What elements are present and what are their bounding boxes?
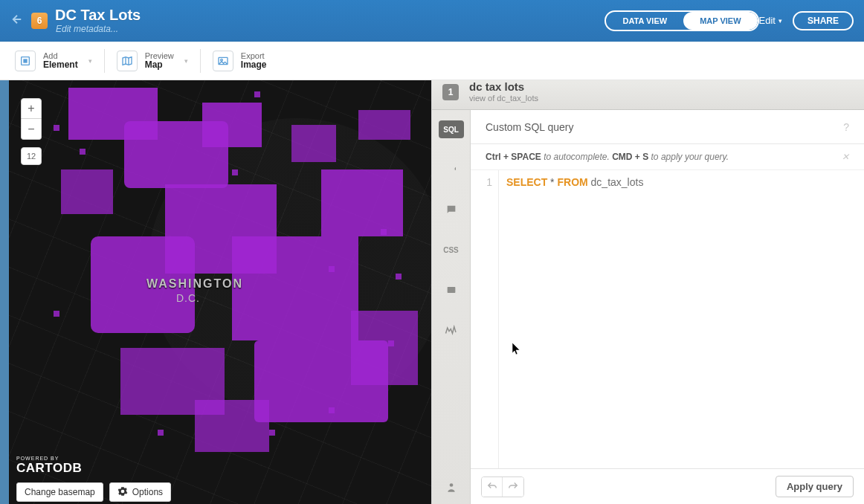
- export-image-icon: [213, 51, 233, 71]
- toolbar-separator: [104, 49, 105, 73]
- change-basemap-button[interactable]: Change basemap: [16, 482, 103, 502]
- edit-metadata-link[interactable]: Edit metadata...: [55, 24, 141, 34]
- editor-gutter: 1: [471, 170, 499, 468]
- redo-button[interactable]: [503, 477, 523, 497]
- layer-name: dc tax lots: [469, 81, 538, 94]
- tab-map-view[interactable]: MAP VIEW: [683, 12, 757, 30]
- panel-header-title: Custom SQL query: [486, 121, 574, 133]
- layer-number-badge: 1: [442, 84, 459, 100]
- tab-legends[interactable]: [439, 281, 464, 299]
- tab-options[interactable]: [439, 479, 464, 497]
- chevron-down-icon: ▾: [181, 57, 188, 65]
- change-basemap-label: Change basemap: [25, 487, 95, 497]
- preview-map-t2: Map: [145, 60, 174, 70]
- tab-infowindow[interactable]: [439, 201, 464, 219]
- svg-rect-5: [447, 287, 455, 293]
- tab-css[interactable]: CSS: [439, 241, 464, 259]
- preview-map-icon: [117, 51, 138, 71]
- edit-dropdown-label: Edit: [759, 15, 776, 26]
- editor-code[interactable]: SELECT * FROM dc_tax_lots: [499, 170, 651, 468]
- chevron-down-icon: ▾: [778, 17, 782, 25]
- zoom-controls: + − 12: [21, 98, 42, 165]
- back-arrow-icon[interactable]: [10, 13, 24, 29]
- gear-icon: [117, 486, 128, 499]
- export-image-button[interactable]: Export Image: [213, 51, 267, 71]
- tab-wizard[interactable]: [439, 161, 464, 178]
- edit-dropdown[interactable]: Edit ▾: [759, 15, 782, 26]
- main-area: WASHINGTON D.C. + − 12 POWERED BY CARTOD…: [0, 80, 864, 504]
- tab-data-view[interactable]: DATA VIEW: [606, 12, 683, 30]
- editor-toolbar: Add Element ▾ Preview Map ▾ Export Image: [0, 42, 864, 80]
- svg-point-6: [449, 483, 453, 487]
- add-element-button[interactable]: Add Element ▾: [15, 51, 92, 71]
- zoom-out-button[interactable]: −: [21, 119, 42, 140]
- options-button[interactable]: Options: [109, 482, 171, 502]
- preview-map-button[interactable]: Preview Map ▾: [117, 51, 188, 71]
- layer-row[interactable]: 1 dc tax lots view of dc_tax_lots: [432, 80, 864, 110]
- page-title: DC Tax Lots: [55, 7, 141, 24]
- gutter-line-1: 1: [471, 176, 492, 188]
- header-left: 6 DC Tax Lots Edit metadata...: [10, 7, 605, 34]
- svg-rect-1: [23, 59, 27, 62]
- map-city-label: WASHINGTON: [146, 277, 243, 291]
- panel-footer: Apply query: [471, 468, 864, 504]
- tab-filters[interactable]: [439, 321, 464, 339]
- help-icon[interactable]: ?: [843, 121, 849, 133]
- title-block: DC Tax Lots Edit metadata...: [55, 7, 141, 34]
- panel-content: Custom SQL query ? Ctrl + SPACE to autoc…: [471, 110, 864, 504]
- view-toggle: DATA VIEW MAP VIEW: [605, 10, 758, 31]
- tab-sql[interactable]: SQL: [439, 120, 464, 138]
- share-button[interactable]: SHARE: [793, 11, 854, 30]
- panel-side-tabs: SQL CSS: [432, 110, 471, 504]
- layer-description: view of dc_tax_lots: [469, 94, 538, 103]
- panel-header: Custom SQL query ?: [471, 110, 864, 144]
- powered-by-line1: POWERED BY: [16, 456, 82, 461]
- apply-query-button[interactable]: Apply query: [776, 476, 854, 497]
- powered-by-line2: CARTODB: [16, 461, 82, 476]
- table-badge: 6: [31, 13, 48, 29]
- header-right: Edit ▾ SHARE: [759, 11, 854, 30]
- layers-panel: + Add layer 1 dc tax lots view of dc_tax…: [431, 80, 864, 504]
- toolbar-separator: [200, 49, 201, 73]
- undo-button[interactable]: [482, 477, 503, 497]
- add-element-t2: Element: [43, 60, 78, 70]
- zoom-in-button[interactable]: +: [21, 98, 42, 119]
- app-header: 6 DC Tax Lots Edit metadata... DATA VIEW…: [0, 0, 864, 42]
- export-image-t2: Image: [241, 60, 267, 70]
- chevron-down-icon: ▾: [86, 57, 92, 65]
- add-element-icon: [15, 51, 36, 71]
- zoom-level-indicator: 12: [21, 147, 42, 165]
- undo-redo-group: [481, 476, 524, 497]
- close-hint-icon[interactable]: ✕: [842, 152, 849, 162]
- panel-hint: Ctrl + SPACE to autocomplete. CMD + S to…: [471, 144, 864, 170]
- sql-editor[interactable]: 1 SELECT * FROM dc_tax_lots: [471, 170, 864, 468]
- svg-point-3: [220, 59, 222, 61]
- map-city-label2: D.C.: [176, 292, 200, 304]
- options-label: Options: [132, 487, 163, 497]
- panel-body: SQL CSS: [432, 110, 864, 504]
- powered-by-logo: POWERED BY CARTODB: [16, 456, 82, 476]
